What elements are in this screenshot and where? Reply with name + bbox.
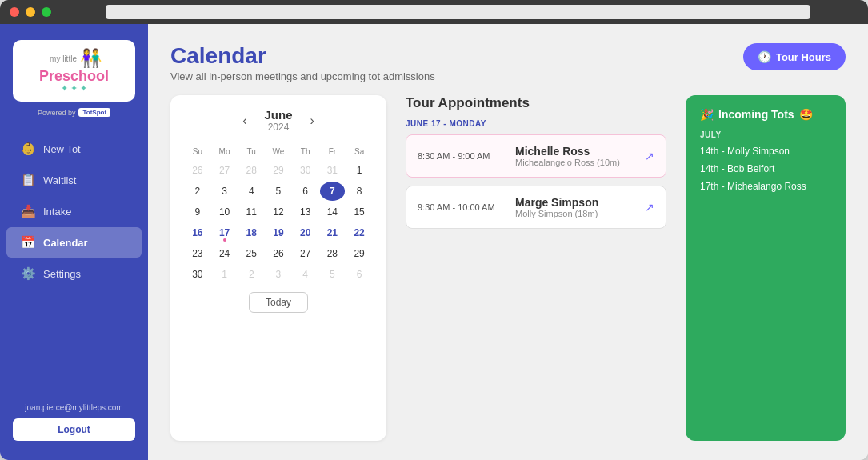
day-of-week-header: We	[266, 144, 291, 159]
calendar-day[interactable]: 27	[293, 244, 318, 263]
star-eyes-icon: 🤩	[799, 108, 813, 121]
user-email: joan.pierce@mylittleps.com	[13, 403, 135, 412]
logo-area: my little 👫 Preschool ✦ ✦ ✦ Powered by T…	[0, 34, 148, 126]
calendar-day[interactable]: 16	[185, 223, 210, 242]
calendar-day[interactable]: 3	[266, 265, 291, 284]
day-of-week-header: Su	[185, 144, 210, 159]
incoming-tot-item: 14th - Molly Simpson	[700, 144, 831, 158]
page-header: Calendar View all in-person meetings and…	[170, 43, 435, 82]
calendar-day[interactable]: 22	[346, 223, 372, 242]
calendar-day[interactable]: 2	[185, 182, 210, 201]
appointment-link-icon[interactable]: ↗	[645, 150, 654, 162]
calendar-day[interactable]: 12	[266, 202, 291, 222]
appointment-time: 8:30 AM - 9:00 AM	[418, 151, 506, 161]
calendar-day[interactable]: 1	[346, 161, 372, 180]
appointments-panel: Tour Appointments JUNE 17 - MONDAY 8:30 …	[406, 95, 666, 441]
nav: 👶 New Tot 📋 Waitlist 📥 Intake 📅 Calendar…	[0, 126, 148, 394]
calendar-day[interactable]: 18	[238, 223, 264, 242]
calendar-day[interactable]: 14	[320, 202, 346, 222]
calendar-day[interactable]: 10	[212, 202, 238, 222]
incoming-title: Incoming Tots	[718, 108, 794, 121]
calendar-day[interactable]: 23	[185, 244, 210, 263]
incoming-month: JULY	[700, 130, 831, 139]
calendar-day[interactable]: 31	[320, 161, 346, 180]
month-label: June	[264, 108, 292, 122]
maximize-button[interactable]	[42, 7, 51, 17]
appointment-link-icon[interactable]: ↗	[645, 201, 654, 214]
sidebar-item-calendar[interactable]: 📅 Calendar	[6, 227, 142, 258]
calendar-day[interactable]: 4	[238, 182, 264, 201]
today-button[interactable]: Today	[249, 292, 308, 313]
calendar-day[interactable]: 3	[212, 182, 238, 201]
next-month-button[interactable]: ›	[306, 112, 319, 130]
page-subtitle: View all in-person meetings and upcoming…	[170, 70, 435, 82]
appointment-subtitle: Michealangelo Ross (10m)	[515, 158, 635, 167]
sidebar-item-intake[interactable]: 📥 Intake	[6, 196, 142, 226]
clock-icon: 🕐	[758, 50, 771, 63]
calendar-day[interactable]: 5	[320, 265, 346, 284]
day-of-week-header: Th	[293, 144, 318, 159]
calendar-day[interactable]: 20	[293, 223, 318, 242]
calendar-day[interactable]: 28	[238, 161, 264, 180]
calendar-day[interactable]: 28	[320, 244, 346, 263]
logout-button[interactable]: Logout	[13, 418, 135, 441]
content-area: ‹ June 2024 › SuMoTuWeThFrSa 26272829303…	[170, 95, 846, 441]
calendar-day[interactable]: 2	[238, 265, 264, 284]
calendar-day[interactable]: 11	[238, 202, 264, 222]
calendar-day[interactable]: 24	[212, 244, 238, 263]
sidebar-item-new-tot[interactable]: 👶 New Tot	[6, 134, 142, 164]
calendar-day[interactable]: 30	[293, 161, 318, 180]
calendar-day[interactable]: 26	[185, 161, 210, 180]
appointment-time: 9:30 AM - 10:00 AM	[418, 202, 506, 212]
intake-icon: 📥	[21, 204, 35, 218]
calendar-day[interactable]: 6	[346, 265, 372, 284]
tour-hours-button[interactable]: 🕐 Tour Hours	[743, 43, 846, 70]
year-label: 2024	[264, 122, 292, 133]
calendar-day[interactable]: 29	[346, 244, 372, 263]
page-title: Calendar	[170, 43, 435, 69]
calendar-icon: 📅	[21, 235, 35, 250]
sidebar: my little 👫 Preschool ✦ ✦ ✦ Powered by T…	[0, 24, 148, 460]
appointments-date-label: JUNE 17 - MONDAY	[406, 119, 666, 128]
incoming-tots-panel: 🎉 Incoming Tots 🤩 JULY 14th - Molly Simp…	[686, 95, 846, 441]
minimize-button[interactable]	[26, 7, 35, 17]
calendar-day[interactable]: 30	[185, 265, 210, 284]
calendar-day[interactable]: 9	[185, 202, 210, 222]
calendar-day[interactable]: 26	[266, 244, 291, 263]
logo-box: my little 👫 Preschool ✦ ✦ ✦	[13, 40, 135, 102]
calendar-day[interactable]: 6	[293, 182, 318, 201]
day-of-week-header: Sa	[346, 144, 372, 159]
calendar-day[interactable]: 27	[212, 161, 238, 180]
top-bar: Calendar View all in-person meetings and…	[170, 43, 846, 82]
settings-icon: ⚙️	[21, 266, 35, 281]
calendar-day[interactable]: 21	[320, 223, 346, 242]
appointment-name: Marge Simpson	[515, 196, 635, 209]
calendar-day[interactable]: 17	[212, 223, 238, 242]
calendar-day[interactable]: 7	[320, 182, 346, 201]
sidebar-item-settings[interactable]: ⚙️ Settings	[6, 258, 142, 289]
day-of-week-header: Mo	[212, 144, 238, 159]
address-bar[interactable]	[106, 5, 810, 19]
sidebar-footer: joan.pierce@mylittleps.com Logout	[0, 394, 148, 450]
main-content: Calendar View all in-person meetings and…	[148, 24, 868, 460]
calendar-day[interactable]: 15	[346, 202, 372, 222]
appointment-subtitle: Molly Simpson (18m)	[515, 209, 635, 218]
appointments-title: Tour Appointments	[406, 95, 666, 111]
close-button[interactable]	[10, 7, 19, 17]
appointment-card: 8:30 AM - 9:00 AM Michelle Ross Micheala…	[406, 134, 666, 178]
waitlist-icon: 📋	[21, 173, 35, 187]
calendar-grid: SuMoTuWeThFrSa 2627282930311234567891011…	[183, 142, 374, 286]
prev-month-button[interactable]: ‹	[238, 112, 251, 130]
calendar-day[interactable]: 4	[293, 265, 318, 284]
calendar-day[interactable]: 13	[293, 202, 318, 222]
calendar-day[interactable]: 29	[266, 161, 291, 180]
sidebar-item-waitlist[interactable]: 📋 Waitlist	[6, 165, 142, 195]
appointment-card: 9:30 AM - 10:00 AM Marge Simpson Molly S…	[406, 186, 666, 229]
day-of-week-header: Tu	[238, 144, 264, 159]
calendar-day[interactable]: 19	[266, 223, 291, 242]
month-year-display: June 2024	[264, 108, 292, 133]
calendar-day[interactable]: 1	[212, 265, 238, 284]
calendar-day[interactable]: 8	[346, 182, 372, 201]
calendar-day[interactable]: 25	[238, 244, 264, 263]
calendar-day[interactable]: 5	[266, 182, 291, 201]
